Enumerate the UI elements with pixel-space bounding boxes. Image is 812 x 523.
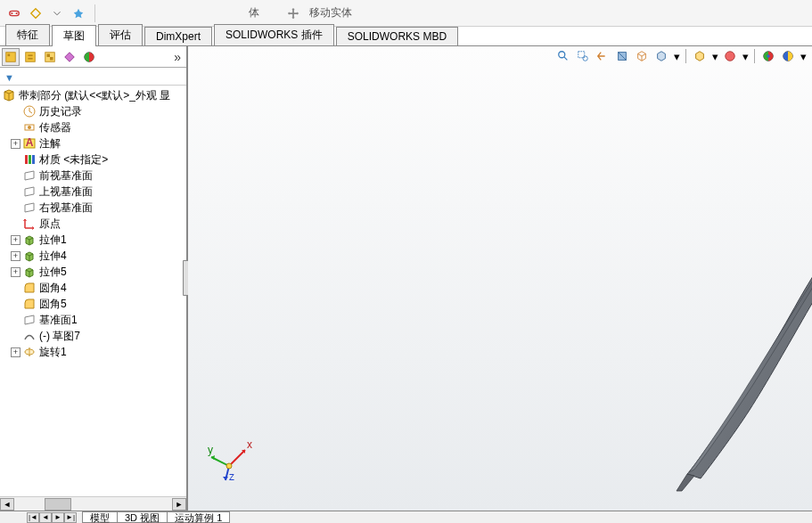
ribbon-dropdown[interactable] xyxy=(48,4,66,22)
zoom-fit-icon[interactable] xyxy=(555,48,571,64)
panel-tab-config[interactable] xyxy=(41,48,59,66)
feature-manager-panel: » ▼ 带刺部分 (默认<<默认>_外观 显 历史记录 传感器 +A注解 材质 … xyxy=(0,46,188,511)
expand-icon[interactable]: + xyxy=(11,267,21,277)
svg-marker-3 xyxy=(31,8,41,18)
tab-mbd[interactable]: SOLIDWORKS MBD xyxy=(336,27,458,45)
filter-input[interactable] xyxy=(2,69,185,84)
extrude-icon xyxy=(22,249,37,263)
graphics-viewport[interactable]: ▾ ▾ ▾ ▾ xyxy=(188,46,812,511)
tab-dimxpert[interactable]: DimXpert xyxy=(144,27,212,45)
svg-rect-6 xyxy=(26,52,36,61)
history-icon xyxy=(22,104,37,118)
panel-tab-property[interactable] xyxy=(21,48,39,66)
svg-point-14 xyxy=(28,126,31,129)
tab-addins[interactable]: SOLIDWORKS 插件 xyxy=(214,24,334,45)
dropdown-icon[interactable]: ▾ xyxy=(800,48,807,64)
panel-tab-dim[interactable] xyxy=(61,48,78,66)
panel-tab-display[interactable] xyxy=(80,48,98,66)
move-solid-icon[interactable] xyxy=(284,4,302,22)
expand-icon[interactable]: + xyxy=(11,235,21,245)
extrude-icon xyxy=(22,265,37,279)
tree-item[interactable]: 原点 xyxy=(0,216,186,232)
tree-item[interactable]: +拉伸5 xyxy=(0,264,186,280)
tree-item[interactable]: +旋转1 xyxy=(0,344,186,360)
dropdown-icon[interactable]: ▾ xyxy=(742,48,749,64)
svg-point-2 xyxy=(16,12,18,13)
zoom-area-icon[interactable] xyxy=(575,48,591,64)
prev-view-icon[interactable] xyxy=(595,48,611,64)
tab-evaluate[interactable]: 评估 xyxy=(98,24,143,45)
ribbon-icon-3[interactable] xyxy=(70,4,87,22)
expand-icon[interactable]: + xyxy=(11,139,21,149)
panel-tab-feature-tree[interactable] xyxy=(2,48,20,66)
tree-item[interactable]: +拉伸1 xyxy=(0,232,186,248)
display-style-icon[interactable] xyxy=(653,48,669,64)
plane-icon xyxy=(22,200,37,215)
dropdown-icon[interactable]: ▾ xyxy=(673,48,680,64)
svg-marker-10 xyxy=(65,52,75,61)
tab-sketch[interactable]: 草图 xyxy=(52,25,96,46)
svg-rect-18 xyxy=(29,155,31,164)
tab-nav-prev[interactable]: ◄ xyxy=(39,512,52,523)
tree-item[interactable]: 传感器 xyxy=(0,119,186,135)
origin-icon xyxy=(22,217,37,231)
svg-marker-21 xyxy=(25,187,34,196)
tree-item[interactable]: 上视基准面 xyxy=(0,184,186,200)
bottom-tab-motion[interactable]: 运动算例 1 xyxy=(167,511,230,523)
ribbon-icon-2[interactable] xyxy=(27,4,45,22)
tree-root[interactable]: 带刺部分 (默认<<默认>_外观 显 xyxy=(0,87,186,103)
ribbon-icon-1[interactable] xyxy=(5,4,23,22)
section-view-icon[interactable] xyxy=(614,48,630,64)
main-area: » ▼ 带刺部分 (默认<<默认>_外观 显 历史记录 传感器 +A注解 材质 … xyxy=(0,46,812,511)
dropdown-icon[interactable]: ▾ xyxy=(711,48,718,64)
tab-nav-next[interactable]: ► xyxy=(52,512,64,523)
view-triad[interactable]: x y z xyxy=(206,430,259,484)
svg-rect-5 xyxy=(8,53,11,56)
ribbon-sep xyxy=(94,4,95,22)
heads-up-view-toolbar: ▾ ▾ ▾ ▾ xyxy=(555,48,807,64)
tab-nav-last[interactable]: ►| xyxy=(64,512,77,523)
panel-tab-strip: » xyxy=(0,46,186,68)
triad-x-label: x xyxy=(247,438,252,451)
tree-item[interactable]: +A注解 xyxy=(0,135,186,151)
tab-features[interactable]: 特征 xyxy=(5,24,50,45)
move-solid-label[interactable]: 移动实体 xyxy=(309,5,352,20)
bottom-tab-3dview[interactable]: 3D 视图 xyxy=(117,511,168,523)
scroll-thumb[interactable] xyxy=(45,498,71,511)
svg-point-32 xyxy=(767,54,770,58)
filter-icon: ▼ xyxy=(4,72,14,83)
tree-item[interactable]: 右视基准面 xyxy=(0,200,186,216)
tree-item[interactable]: 材质 <未指定> xyxy=(0,151,186,168)
expand-icon[interactable]: + xyxy=(11,347,21,357)
tree-item[interactable]: 圆角5 xyxy=(0,296,186,312)
scroll-left-arrow[interactable]: ◄ xyxy=(0,498,14,511)
scroll-right-arrow[interactable]: ► xyxy=(172,498,186,511)
edit-appearance-icon[interactable] xyxy=(722,48,738,64)
svg-point-30 xyxy=(726,52,735,61)
svg-point-28 xyxy=(583,56,587,61)
tree-item[interactable]: 圆角4 xyxy=(0,280,186,296)
svg-rect-7 xyxy=(28,54,32,56)
bottom-tab-model[interactable]: 模型 xyxy=(82,511,118,523)
panel-tabs-more[interactable]: » xyxy=(174,50,181,64)
svg-point-43 xyxy=(226,463,232,469)
filter-bar: ▼ xyxy=(0,68,186,86)
part-icon xyxy=(2,88,16,102)
tab-nav-first[interactable]: |◄ xyxy=(27,512,39,523)
tree-item[interactable]: 前视基准面 xyxy=(0,168,186,184)
hide-show-icon[interactable] xyxy=(692,48,708,64)
svg-rect-8 xyxy=(28,57,32,59)
tree-item[interactable]: 基准面1 xyxy=(0,312,186,328)
apply-scene-icon[interactable] xyxy=(760,48,776,64)
tree-item[interactable]: (-) 草图7 xyxy=(0,328,186,344)
svg-point-26 xyxy=(559,52,565,58)
toolbar-sep xyxy=(685,49,686,63)
triad-y-label: y xyxy=(208,444,213,456)
horizontal-scrollbar[interactable]: ◄ ► xyxy=(0,496,186,511)
tree-item[interactable]: 历史记录 xyxy=(0,103,186,119)
tree-item[interactable]: +拉伸4 xyxy=(0,248,186,264)
svg-rect-4 xyxy=(6,52,16,61)
view-orient-icon[interactable] xyxy=(634,48,650,64)
expand-icon[interactable]: + xyxy=(11,251,21,261)
view-settings-icon[interactable] xyxy=(780,48,796,64)
